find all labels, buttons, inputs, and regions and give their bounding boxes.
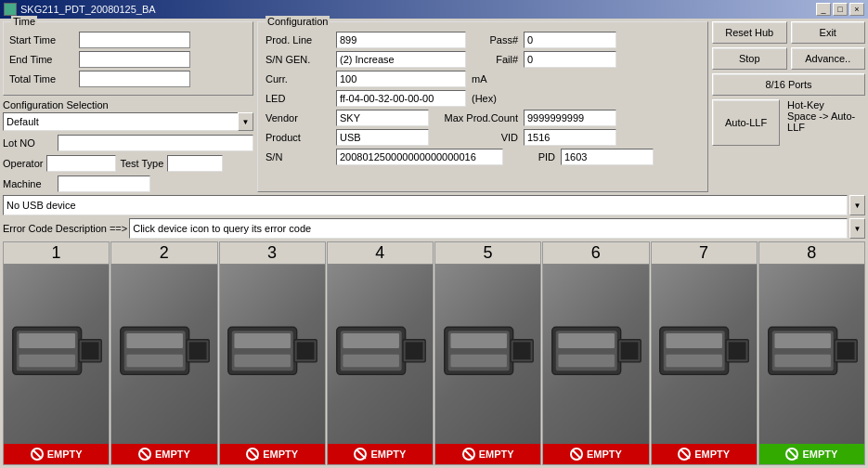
exit-button[interactable]: Exit	[791, 21, 866, 44]
svg-rect-9	[127, 355, 184, 367]
led-input[interactable]	[336, 90, 466, 107]
product-label: Product	[266, 132, 330, 143]
slot-4-no-sign	[354, 448, 367, 461]
svg-rect-33	[559, 355, 615, 367]
lot-no-label: Lot NO	[3, 137, 54, 149]
device-status-dropdown[interactable]: ▼	[849, 195, 865, 215]
operator-input[interactable]	[46, 155, 116, 172]
vendor-input[interactable]	[336, 110, 429, 126]
usb-slot-3[interactable]: 3 EMPTY	[219, 241, 326, 465]
slot-3-image	[220, 265, 325, 444]
sn-row: S/N PID	[266, 149, 700, 165]
curr-label: Curr.	[266, 73, 330, 84]
svg-rect-2	[19, 333, 75, 348]
svg-rect-3	[19, 355, 75, 367]
no-usb-device-input[interactable]	[3, 195, 848, 215]
config-selection-section: Configuration Selection ▼	[3, 99, 253, 131]
usb-slot-5[interactable]: 5 EMPTY	[434, 241, 541, 465]
svg-rect-35	[621, 342, 639, 359]
config-selection-input[interactable]	[3, 112, 238, 131]
slot-3-status: EMPTY	[220, 444, 325, 464]
slot-3-status-text: EMPTY	[263, 448, 298, 460]
sn-input[interactable]	[336, 149, 503, 165]
pass-hash-label: Pass#	[472, 34, 518, 46]
title-bar: SKG211_PDT_20080125_BA _ □ ×	[0, 0, 868, 19]
max-prod-count-input[interactable]	[524, 110, 616, 126]
total-time-row: Total Time	[9, 71, 247, 87]
sn-gen-input[interactable]	[336, 51, 466, 68]
main-content: Time Start Time End Time Total Time Conf…	[0, 19, 868, 468]
pass-hash-input[interactable]	[524, 32, 616, 48]
title-controls: _ □ ×	[816, 3, 864, 16]
svg-rect-11	[189, 342, 207, 359]
svg-rect-14	[235, 333, 291, 348]
pid-label: PID	[509, 151, 555, 162]
maximize-button[interactable]: □	[833, 3, 848, 16]
error-code-input[interactable]	[129, 218, 848, 239]
product-input[interactable]	[336, 129, 429, 146]
vid-input[interactable]	[524, 129, 616, 146]
svg-rect-8	[127, 333, 184, 348]
slot-8-status-text: EMPTY	[802, 448, 837, 460]
svg-rect-44	[774, 333, 831, 348]
error-code-dropdown[interactable]: ▼	[849, 218, 865, 239]
fail-hash-input[interactable]	[524, 51, 616, 68]
usb-slot-8[interactable]: 8 EMPTY	[758, 241, 865, 465]
usb-connector-svg-3	[222, 274, 322, 436]
usb-slot-2[interactable]: 2 EMPTY	[110, 241, 217, 465]
auto-llf-button[interactable]: Auto-LLF	[712, 99, 780, 146]
machine-input[interactable]	[58, 176, 150, 192]
usb-connector-svg-6	[546, 274, 646, 436]
usb-connector-svg-5	[438, 274, 538, 436]
usb-connector-svg-8	[762, 274, 862, 436]
slot-4-number: 4	[328, 242, 433, 265]
sn-gen-label: S/N GEN.	[266, 54, 330, 65]
slot-5-status-text: EMPTY	[479, 448, 514, 460]
slot-5-no-sign	[462, 448, 475, 461]
slot-1-image	[4, 265, 109, 444]
config-selection-dropdown[interactable]: ▼	[238, 112, 253, 131]
minimize-button[interactable]: _	[816, 3, 831, 16]
vendor-label: Vendor	[266, 112, 330, 124]
lot-no-input[interactable]	[58, 135, 253, 151]
usb-slot-7[interactable]: 7 EMPTY	[651, 241, 758, 465]
led-unit: (Hex)	[472, 93, 497, 104]
total-time-input[interactable]	[79, 71, 190, 87]
total-time-label: Total Time	[9, 73, 79, 84]
machine-label: Machine	[3, 178, 54, 189]
app-icon	[4, 3, 17, 16]
reset-hub-button[interactable]: Reset Hub	[712, 21, 787, 44]
slot-4-image	[328, 265, 433, 444]
title-text: SKG211_PDT_20080125_BA	[20, 4, 156, 15]
ports-816-button[interactable]: 8/16 Ports	[712, 73, 865, 96]
usb-connector-svg-7	[654, 274, 754, 436]
close-button[interactable]: ×	[849, 3, 864, 16]
usb-slot-1[interactable]: 1 EMPTY	[3, 241, 110, 465]
operator-row: Operator Test Type	[3, 155, 253, 172]
svg-rect-47	[836, 342, 854, 359]
start-time-input[interactable]	[79, 32, 190, 48]
svg-rect-20	[343, 333, 399, 348]
prod-line-label: Prod. Line	[266, 34, 330, 46]
led-label: LED	[266, 93, 330, 104]
stop-button[interactable]: Stop	[712, 47, 787, 70]
slot-1-no-sign	[31, 448, 44, 461]
end-time-row: End Time	[9, 51, 247, 68]
hotkey-section: Hot-Key Space -> Auto-LLF	[787, 99, 865, 133]
end-time-input[interactable]	[79, 51, 190, 68]
slot-5-image	[435, 265, 540, 444]
end-time-label: End Time	[9, 54, 79, 65]
curr-input[interactable]	[336, 71, 466, 87]
test-type-input[interactable]	[167, 155, 223, 172]
slot-6-no-sign	[570, 448, 583, 461]
usb-connector-svg-1	[6, 274, 107, 436]
slot-5-status: EMPTY	[435, 444, 540, 464]
advance-button[interactable]: Advance..	[791, 47, 866, 70]
usb-slot-6[interactable]: 6 EMPTY	[542, 241, 649, 465]
sn-gen-row: S/N GEN. Fail#	[266, 51, 700, 68]
pid-input[interactable]	[561, 149, 654, 165]
prod-line-input[interactable]	[336, 32, 466, 48]
usb-slot-4[interactable]: 4 EMPTY	[327, 241, 434, 465]
time-group: Time Start Time End Time Total Time	[3, 21, 253, 96]
slot-1-status: EMPTY	[4, 444, 109, 464]
